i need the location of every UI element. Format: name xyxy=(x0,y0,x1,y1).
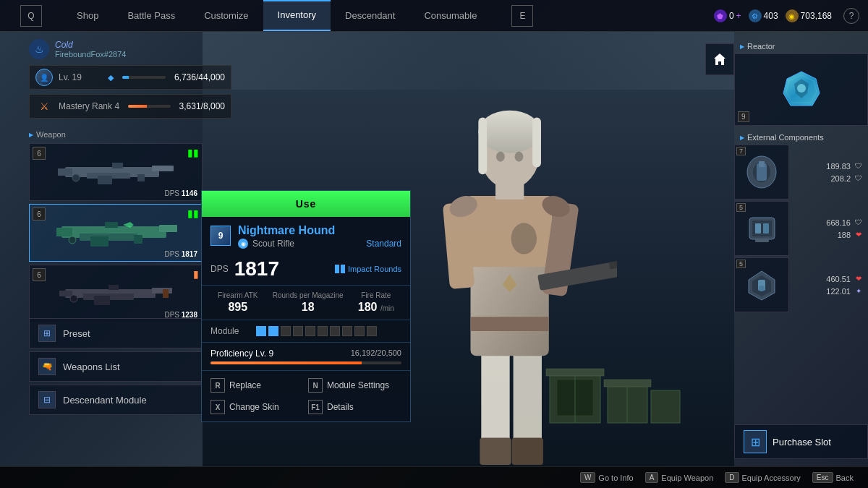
nav-e-button[interactable]: E xyxy=(491,0,553,31)
go-to-info-label: Go to Info xyxy=(598,474,633,482)
weapon-section-label: Weapon xyxy=(29,130,203,139)
replace-action[interactable]: R Replace xyxy=(210,377,304,394)
scout-rifle-icon: ◉ xyxy=(238,239,248,249)
svg-rect-42 xyxy=(105,222,118,228)
replace-label: Replace xyxy=(229,380,261,390)
nav-shop[interactable]: Shop xyxy=(62,0,113,31)
mastery-value: 3,631/8,000 xyxy=(179,101,225,111)
ext-stat-1-2: 208.2 🛡 xyxy=(793,174,864,184)
weapon-1-dps: DPS 1146 xyxy=(164,189,197,197)
preset-button[interactable]: ⊞ Preset xyxy=(29,318,203,348)
nav-inventory[interactable]: Inventory xyxy=(263,0,331,31)
ext-stats-2: 668.16 🛡 188 ❤ xyxy=(789,215,868,243)
player-header: ♨ Cold FireboundFox#2874 xyxy=(29,39,231,59)
module-label: Module xyxy=(210,326,250,336)
help-button[interactable]: ? xyxy=(843,8,859,24)
back-key: Esc Back xyxy=(812,472,854,483)
module-dot-8 xyxy=(342,326,352,336)
svg-rect-4 xyxy=(467,196,553,267)
ext-stat-3-2: 122.01 ✦ xyxy=(793,286,864,296)
descendant-module-icon: ⊟ xyxy=(38,391,56,408)
weapon-item-2[interactable]: 6 DPS 1817 ▮▮ xyxy=(29,204,203,262)
module-dot-3 xyxy=(281,326,291,336)
nav-customize[interactable]: Customize xyxy=(190,0,263,31)
purchase-slot-button[interactable]: ⊞ Purchase Slot xyxy=(734,424,868,459)
svg-rect-1 xyxy=(514,353,542,453)
mastery-label: Mastery Rank 4 xyxy=(59,101,119,111)
popup-proficiency: Proficiency Lv. 9 16,192/20,500 xyxy=(202,343,410,371)
popup-level-badge: 9 xyxy=(210,226,231,246)
details-key: F1 xyxy=(308,400,323,414)
svg-point-14 xyxy=(511,223,537,254)
weapon-section: Weapon 6 DPS 1146 ▮▮ xyxy=(29,130,203,325)
popup-name-area: Nightmare Hound ◉ Scout Rifle Standard xyxy=(238,224,401,249)
ammo-dots xyxy=(335,265,345,273)
home-button[interactable] xyxy=(705,43,734,75)
popup-dps-row: DPS 1817 Impact Rounds xyxy=(202,253,410,285)
level-label: Lv. 19 xyxy=(59,72,102,82)
q-icon: Q xyxy=(20,5,42,27)
svg-point-58 xyxy=(797,84,806,93)
ext-slot-3[interactable]: 5 xyxy=(734,257,789,312)
change-skin-action[interactable]: X Change Skin xyxy=(210,398,304,416)
weapon-item-1[interactable]: 6 DPS 1146 ▮▮ xyxy=(29,143,203,201)
reactor-slot[interactable]: 9 xyxy=(734,53,868,126)
ext-component-3: 5 460.51 ❤ 122.01 ✦ xyxy=(734,257,868,312)
ext-val-2-2: 188 xyxy=(838,231,851,239)
d-key-badge: D xyxy=(725,472,739,483)
level-gem-icon: ◆ xyxy=(108,73,114,82)
blue-currency-icon: ⚙ xyxy=(749,9,762,22)
purple-currency-plus[interactable]: + xyxy=(736,11,741,21)
details-label: Details xyxy=(327,402,354,412)
nav-consumable[interactable]: Consumable xyxy=(409,0,491,31)
popup-header: 9 Nightmare Hound ◉ Scout Rifle Standard xyxy=(202,217,410,253)
use-button[interactable]: Use xyxy=(202,191,410,217)
svg-rect-36 xyxy=(137,174,145,181)
special-icon-1: ✦ xyxy=(854,286,864,296)
ext-val-3-1: 460.51 xyxy=(826,275,851,283)
proficiency-bar xyxy=(210,361,401,364)
details-action[interactable]: F1 Details xyxy=(308,398,401,416)
xp-fill xyxy=(122,76,129,79)
weapon-item-3[interactable]: 6 DPS 1238 ▮ xyxy=(29,265,203,322)
svg-rect-17 xyxy=(480,438,511,465)
svg-rect-67 xyxy=(755,239,769,242)
svg-rect-9 xyxy=(533,118,542,168)
popup-stat-firerate: Fire Rate 180 /min xyxy=(358,291,394,314)
module-settings-action[interactable]: N Module Settings xyxy=(308,377,401,394)
nav-q-button[interactable]: Q xyxy=(0,0,62,31)
popup-actions: R Replace N Module Settings X Change Ski… xyxy=(202,371,410,421)
fire-rate-label: Fire Rate xyxy=(358,291,394,299)
nav-descendant[interactable]: Descendant xyxy=(331,0,409,31)
character-area xyxy=(383,32,637,466)
weapon-2-badge: 6 xyxy=(33,207,46,221)
firearm-atk-value: 895 xyxy=(218,301,258,314)
popup-weapon-name: Nightmare Hound xyxy=(238,224,401,237)
module-dot-6 xyxy=(318,326,328,336)
currency-area: ⬟ 0 + ⚙ 403 ◉ 703,168 ? xyxy=(705,0,868,32)
module-dot-9 xyxy=(354,326,365,336)
ext-stat-3-1: 460.51 ❤ xyxy=(793,274,864,284)
svg-point-71 xyxy=(759,286,765,291)
svg-rect-32 xyxy=(152,166,174,171)
svg-rect-40 xyxy=(159,225,177,232)
ext-slot-1[interactable]: 7 xyxy=(734,145,789,200)
popup-stats: Firearm ATK 895 Rounds per Magazine 18 F… xyxy=(202,285,410,320)
go-to-info-key: W Go to Info xyxy=(580,472,634,483)
svg-rect-39 xyxy=(56,228,72,236)
descendant-module-button[interactable]: ⊟ Descendant Module xyxy=(29,385,203,415)
change-skin-key: X xyxy=(210,400,225,414)
health-icon-2: ❤ xyxy=(854,274,864,284)
ext-component-2: 5 668.16 🛡 188 ❤ xyxy=(734,201,868,256)
module-settings-label: Module Settings xyxy=(327,380,389,390)
purple-currency-value: 0 xyxy=(729,11,734,21)
reactor-badge: 9 xyxy=(738,111,749,122)
svg-rect-3 xyxy=(471,317,549,331)
mastery-fill xyxy=(128,105,147,108)
currency-blue: ⚙ 403 xyxy=(749,9,778,22)
ext-slot-2[interactable]: 5 xyxy=(734,201,789,256)
bottom-bar: W Go to Info A Equip Weapon D Equip Acce… xyxy=(0,466,868,488)
weapon-3-indicator: ▮ xyxy=(193,268,199,280)
nav-battle-pass[interactable]: Battle Pass xyxy=(113,0,190,31)
weapons-list-button[interactable]: 🔫 Weapons List xyxy=(29,351,203,382)
